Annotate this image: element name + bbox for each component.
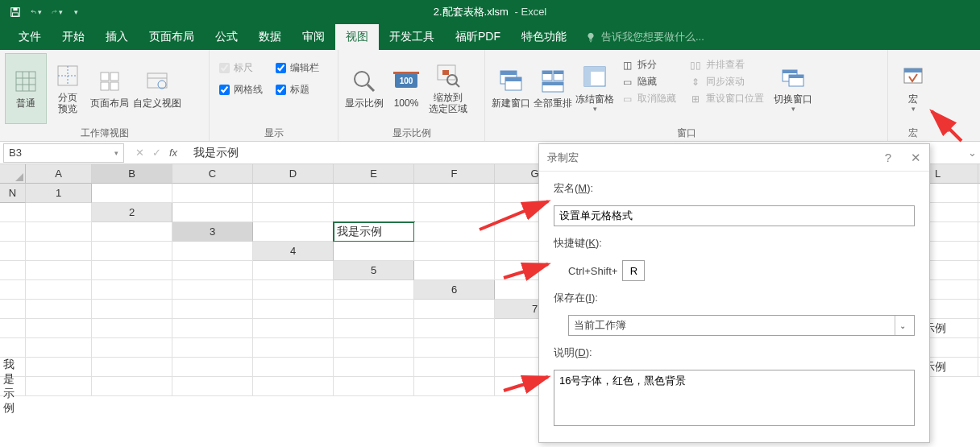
cell[interactable] (334, 203, 414, 222)
switch-windows-button[interactable]: 切换窗口 ▾ (772, 53, 814, 124)
undo-icon[interactable]: ▾ (31, 6, 42, 18)
name-box[interactable]: B3▾ (3, 143, 124, 163)
column-header[interactable]: A (26, 164, 92, 184)
tab-view[interactable]: 视图 (335, 24, 379, 50)
cell[interactable] (334, 300, 414, 319)
cell[interactable] (414, 377, 495, 396)
cell[interactable] (172, 319, 253, 338)
cell[interactable] (0, 242, 26, 261)
cell[interactable] (414, 203, 495, 222)
pagelayout-view-button[interactable]: 页面布局 (89, 53, 131, 124)
macros-button[interactable]: 宏 ▾ (893, 53, 933, 124)
cell[interactable] (334, 280, 414, 300)
tab-data[interactable]: 数据 (248, 24, 292, 50)
fx-icon[interactable]: fx (169, 147, 177, 159)
cell[interactable] (172, 300, 253, 319)
cell[interactable] (253, 338, 334, 358)
cell[interactable]: 我是示例 (0, 377, 26, 396)
cell[interactable] (92, 338, 172, 358)
savein-select[interactable]: 当前工作簿 ⌄ (568, 315, 915, 336)
cell[interactable] (26, 338, 92, 358)
cell[interactable] (414, 222, 495, 242)
qat-customize-icon[interactable]: ▾ (74, 8, 78, 16)
cell[interactable] (253, 319, 334, 338)
row-header[interactable]: 1 (26, 184, 92, 203)
cell[interactable] (334, 184, 414, 203)
row-header[interactable]: 3 (172, 222, 253, 242)
cell[interactable] (92, 261, 172, 280)
normal-view-button[interactable]: 普通 (5, 53, 47, 124)
zoom-to-selection-button[interactable]: 缩放到 选定区域 (427, 53, 469, 124)
column-header[interactable]: E (334, 164, 414, 184)
cell[interactable] (92, 222, 172, 242)
pagebreak-preview-button[interactable]: 分页 预览 (47, 53, 89, 124)
cell[interactable] (26, 300, 92, 319)
column-header[interactable]: D (253, 164, 334, 184)
enter-icon[interactable]: ✓ (152, 147, 161, 159)
cancel-icon[interactable]: ✕ (135, 147, 144, 159)
column-header[interactable]: C (172, 164, 253, 184)
shortcut-key-input[interactable] (622, 260, 645, 281)
cell[interactable]: 我是示例 (334, 222, 414, 242)
cell[interactable] (253, 377, 334, 396)
chevron-down-icon[interactable]: ⌄ (895, 316, 909, 335)
cell[interactable] (26, 242, 92, 261)
cell[interactable] (253, 184, 334, 203)
cell[interactable] (92, 280, 172, 300)
cell[interactable] (0, 222, 26, 242)
cell[interactable] (172, 203, 253, 222)
split-button[interactable]: ◫拆分 (621, 58, 676, 72)
cell[interactable] (26, 222, 92, 242)
formulabar-checkbox[interactable]: 编辑栏 (276, 61, 319, 75)
cell[interactable] (253, 203, 334, 222)
cell[interactable] (26, 377, 92, 396)
new-window-button[interactable]: 新建窗口 (490, 53, 532, 124)
tell-me-search[interactable]: 告诉我您想要做什么... (577, 24, 704, 50)
cell[interactable] (334, 358, 414, 377)
tab-home[interactable]: 开始 (52, 24, 95, 50)
tab-insert[interactable]: 插入 (95, 24, 139, 50)
ruler-checkbox[interactable]: 标尺 (219, 61, 263, 75)
cell[interactable] (92, 319, 172, 338)
cell[interactable] (26, 203, 92, 222)
cell[interactable] (92, 300, 172, 319)
cell[interactable] (253, 358, 334, 377)
row-header[interactable]: 2 (92, 203, 172, 222)
tab-developer[interactable]: 开发工具 (379, 24, 445, 50)
column-header[interactable]: N (0, 184, 26, 203)
custom-views-button[interactable]: 自定义视图 (131, 53, 184, 124)
cell[interactable] (172, 261, 253, 280)
cell[interactable] (26, 358, 92, 377)
zoom-button[interactable]: 显示比例 (343, 53, 385, 124)
cell[interactable] (0, 319, 26, 338)
close-icon[interactable]: ✕ (911, 151, 921, 165)
zoom-100-button[interactable]: 100 100% (385, 53, 427, 124)
ribbon-collapse-button[interactable]: ^ (938, 50, 962, 141)
tab-review[interactable]: 审阅 (292, 24, 335, 50)
cell[interactable] (253, 300, 334, 319)
column-header[interactable]: B (92, 164, 172, 184)
cell[interactable] (0, 261, 26, 280)
cell[interactable] (414, 184, 495, 203)
cell[interactable] (334, 377, 414, 396)
redo-icon[interactable]: ▾ (52, 6, 63, 18)
cell[interactable] (334, 319, 414, 338)
tab-pagelayout[interactable]: 页面布局 (139, 24, 205, 50)
cell[interactable] (414, 338, 495, 358)
hide-button[interactable]: ▭隐藏 (621, 75, 676, 89)
cell[interactable] (334, 242, 414, 261)
cell[interactable] (414, 319, 495, 338)
cell[interactable] (172, 377, 253, 396)
cell[interactable] (414, 358, 495, 377)
cell[interactable] (92, 358, 172, 377)
cell[interactable] (92, 242, 172, 261)
cell[interactable] (26, 280, 92, 300)
cell[interactable] (253, 280, 334, 300)
headings-checkbox[interactable]: 标题 (276, 83, 319, 97)
cell[interactable] (253, 261, 334, 280)
tab-formulas[interactable]: 公式 (205, 24, 248, 50)
formula-expand-icon[interactable]: ⌄ (964, 147, 980, 159)
cell[interactable] (253, 222, 334, 242)
description-input[interactable] (554, 370, 915, 426)
cell[interactable] (0, 203, 26, 222)
